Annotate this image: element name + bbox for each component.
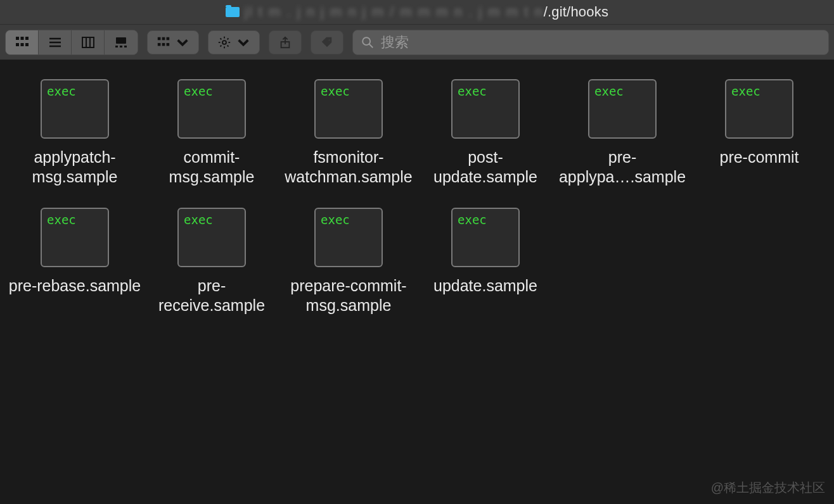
file-item[interactable]: execpre-rebase.sample (6, 208, 143, 316)
svg-line-34 (369, 44, 373, 47)
arrange-icon (157, 35, 170, 49)
toolbar (0, 24, 834, 60)
exec-badge: exec (594, 84, 624, 98)
file-item[interactable]: execprepare-commit-msg.sample (280, 208, 417, 316)
exec-file-icon: exec (41, 208, 109, 267)
svg-rect-9 (82, 37, 94, 47)
svg-rect-0 (16, 37, 19, 40)
exec-file-icon: exec (725, 79, 793, 139)
titlebar: jl t m . j n j m n j m / m m m n . j m m… (0, 0, 834, 24)
file-item[interactable]: execapplypatch-msg.sample (6, 79, 143, 187)
svg-point-32 (328, 39, 330, 41)
exec-badge: exec (184, 213, 213, 227)
chevron-down-icon (176, 35, 189, 49)
svg-rect-4 (20, 43, 23, 46)
exec-badge: exec (458, 213, 487, 227)
file-name-label: pre-applypa….sample (556, 148, 689, 187)
svg-line-27 (220, 38, 221, 39)
gallery-icon (113, 35, 129, 50)
view-mode-group (5, 30, 138, 55)
svg-rect-13 (115, 46, 118, 47)
file-item[interactable]: execpre-receive.sample (143, 208, 280, 316)
view-gallery-button[interactable] (105, 30, 138, 54)
svg-rect-19 (158, 42, 161, 46)
path-display: jl t m . j n j m n j m / m m m n . j m m… (245, 4, 608, 20)
svg-line-28 (228, 45, 229, 46)
exec-badge: exec (321, 84, 350, 98)
exec-badge: exec (184, 84, 213, 98)
svg-rect-1 (20, 37, 23, 40)
file-item[interactable]: execpost-update.sample (417, 79, 554, 187)
file-name-label: post-update.sample (419, 148, 552, 187)
svg-rect-18 (167, 37, 170, 40)
file-name-label: pre-commit (719, 148, 799, 167)
share-button[interactable] (269, 30, 302, 54)
exec-file-icon: exec (177, 208, 246, 267)
svg-point-22 (222, 41, 226, 44)
file-name-label: prepare-commit-msg.sample (282, 276, 415, 316)
svg-point-33 (362, 37, 370, 45)
file-name-label: pre-rebase.sample (9, 276, 141, 296)
file-item[interactable]: execcommit-msg.sample (143, 79, 280, 187)
file-item[interactable]: execupdate.sample (417, 208, 554, 316)
file-name-label: commit-msg.sample (145, 148, 278, 187)
file-name-label: applypatch-msg.sample (8, 148, 141, 187)
exec-badge: exec (731, 84, 760, 98)
exec-file-icon: exec (314, 208, 383, 267)
tag-icon (320, 35, 334, 49)
exec-badge: exec (458, 84, 487, 98)
exec-file-icon: exec (588, 79, 657, 139)
watermark: @稀土掘金技术社区 (711, 479, 825, 496)
file-name-label: update.sample (433, 276, 537, 296)
exec-file-icon: exec (41, 79, 109, 139)
search-input[interactable] (381, 34, 821, 51)
chevron-down-icon (236, 35, 250, 49)
tags-button[interactable] (311, 30, 343, 54)
svg-rect-12 (116, 37, 126, 44)
gear-icon (217, 35, 231, 49)
search-icon (361, 35, 375, 49)
arrange-button[interactable] (147, 30, 199, 54)
svg-rect-20 (162, 42, 165, 46)
exec-file-icon: exec (451, 79, 520, 139)
svg-rect-17 (162, 37, 165, 40)
list-icon (48, 35, 63, 50)
view-columns-button[interactable] (72, 30, 105, 54)
file-item[interactable]: execpre-applypa….sample (554, 79, 691, 187)
svg-line-29 (220, 45, 221, 46)
folder-icon (226, 7, 240, 17)
svg-rect-16 (158, 37, 161, 40)
svg-rect-5 (25, 43, 29, 46)
svg-rect-15 (124, 46, 127, 47)
file-grid: execapplypatch-msg.sampleexeccommit-msg.… (0, 60, 834, 315)
file-name-label: fsmonitor-watchman.sample (282, 148, 415, 187)
svg-rect-14 (120, 46, 122, 47)
svg-rect-21 (167, 42, 170, 46)
file-name-label: pre-receive.sample (145, 276, 278, 316)
view-list-button[interactable] (39, 30, 72, 54)
exec-badge: exec (47, 213, 76, 227)
share-icon (278, 35, 292, 49)
exec-file-icon: exec (451, 208, 520, 267)
exec-badge: exec (321, 213, 350, 227)
search-field[interactable] (352, 30, 829, 55)
svg-rect-2 (25, 37, 29, 40)
grid-icon (15, 35, 30, 50)
file-item[interactable]: execfsmonitor-watchman.sample (280, 79, 417, 187)
view-icons-button[interactable] (6, 30, 39, 54)
exec-file-icon: exec (314, 79, 383, 139)
action-button[interactable] (208, 30, 260, 54)
svg-line-30 (228, 38, 229, 39)
file-item[interactable]: execpre-commit (691, 79, 828, 187)
exec-badge: exec (47, 84, 76, 98)
columns-icon (80, 35, 96, 50)
exec-file-icon: exec (177, 79, 246, 139)
svg-rect-3 (16, 43, 19, 46)
